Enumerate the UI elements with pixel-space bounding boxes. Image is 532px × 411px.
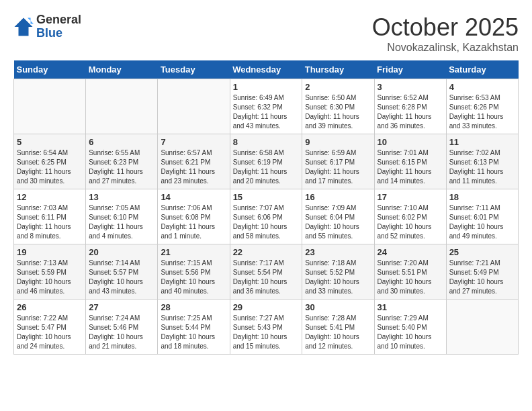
day-info: Sunrise: 7:02 AM Sunset: 6:13 PM Dayligh…	[449, 148, 515, 186]
day-number: 21	[161, 247, 226, 257]
calendar-cell: 1Sunrise: 6:49 AM Sunset: 6:32 PM Daylig…	[230, 79, 302, 134]
calendar: SundayMondayTuesdayWednesdayThursdayFrid…	[13, 60, 519, 355]
calendar-cell: 26Sunrise: 7:22 AM Sunset: 5:47 PM Dayli…	[14, 300, 86, 355]
day-info: Sunrise: 6:55 AM Sunset: 6:23 PM Dayligh…	[89, 148, 154, 186]
calendar-cell: 2Sunrise: 6:50 AM Sunset: 6:30 PM Daylig…	[302, 79, 374, 134]
day-info: Sunrise: 6:59 AM Sunset: 6:17 PM Dayligh…	[305, 148, 371, 186]
calendar-cell: 29Sunrise: 7:27 AM Sunset: 5:43 PM Dayli…	[230, 300, 302, 355]
day-number: 19	[17, 247, 83, 257]
day-number: 4	[449, 82, 515, 92]
calendar-cell: 6Sunrise: 6:55 AM Sunset: 6:23 PM Daylig…	[86, 134, 158, 189]
calendar-cell	[86, 79, 158, 134]
day-info: Sunrise: 7:05 AM Sunset: 6:10 PM Dayligh…	[89, 203, 154, 241]
month-title: October 2025	[372, 13, 519, 42]
day-number: 18	[449, 192, 515, 202]
calendar-week-row: 26Sunrise: 7:22 AM Sunset: 5:47 PM Dayli…	[14, 300, 519, 355]
day-number: 12	[17, 192, 83, 202]
weekday-header: Friday	[374, 60, 446, 79]
weekday-header: Sunday	[14, 60, 86, 79]
calendar-cell: 10Sunrise: 7:01 AM Sunset: 6:15 PM Dayli…	[374, 134, 446, 189]
calendar-cell: 11Sunrise: 7:02 AM Sunset: 6:13 PM Dayli…	[446, 134, 518, 189]
calendar-cell	[14, 79, 86, 134]
calendar-cell: 27Sunrise: 7:24 AM Sunset: 5:46 PM Dayli…	[86, 300, 158, 355]
day-info: Sunrise: 7:01 AM Sunset: 6:15 PM Dayligh…	[378, 148, 443, 186]
day-info: Sunrise: 7:27 AM Sunset: 5:43 PM Dayligh…	[233, 314, 300, 351]
weekday-header: Tuesday	[158, 60, 230, 79]
day-info: Sunrise: 7:28 AM Sunset: 5:41 PM Dayligh…	[305, 314, 371, 351]
calendar-cell: 4Sunrise: 6:53 AM Sunset: 6:26 PM Daylig…	[446, 79, 518, 134]
day-number: 13	[89, 192, 154, 202]
day-info: Sunrise: 6:54 AM Sunset: 6:25 PM Dayligh…	[17, 148, 83, 186]
weekday-header: Monday	[86, 60, 158, 79]
day-info: Sunrise: 6:52 AM Sunset: 6:28 PM Dayligh…	[378, 93, 443, 131]
day-number: 9	[305, 137, 371, 147]
day-info: Sunrise: 7:21 AM Sunset: 5:49 PM Dayligh…	[449, 259, 515, 296]
day-info: Sunrise: 7:11 AM Sunset: 6:01 PM Dayligh…	[449, 203, 515, 241]
day-info: Sunrise: 7:24 AM Sunset: 5:46 PM Dayligh…	[89, 314, 154, 351]
day-number: 1	[233, 82, 300, 92]
day-info: Sunrise: 7:03 AM Sunset: 6:11 PM Dayligh…	[17, 203, 83, 241]
calendar-cell: 20Sunrise: 7:14 AM Sunset: 5:57 PM Dayli…	[86, 244, 158, 300]
calendar-cell: 5Sunrise: 6:54 AM Sunset: 6:25 PM Daylig…	[14, 134, 86, 189]
day-info: Sunrise: 7:10 AM Sunset: 6:02 PM Dayligh…	[378, 203, 443, 241]
calendar-cell: 30Sunrise: 7:28 AM Sunset: 5:41 PM Dayli…	[302, 300, 374, 355]
calendar-cell: 13Sunrise: 7:05 AM Sunset: 6:10 PM Dayli…	[86, 189, 158, 244]
weekday-header: Wednesday	[230, 60, 302, 79]
calendar-cell: 15Sunrise: 7:07 AM Sunset: 6:06 PM Dayli…	[230, 189, 302, 244]
calendar-cell: 23Sunrise: 7:18 AM Sunset: 5:52 PM Dayli…	[302, 244, 374, 300]
day-number: 2	[305, 82, 371, 92]
day-number: 23	[305, 247, 371, 257]
day-number: 31	[378, 302, 443, 312]
calendar-cell: 9Sunrise: 6:59 AM Sunset: 6:17 PM Daylig…	[302, 134, 374, 189]
day-number: 7	[161, 137, 226, 147]
day-number: 20	[89, 247, 154, 257]
page-header: General Blue October 2025 Novokazalinsk,…	[13, 13, 519, 54]
day-number: 5	[17, 137, 83, 147]
day-info: Sunrise: 6:50 AM Sunset: 6:30 PM Dayligh…	[305, 93, 371, 131]
calendar-cell: 12Sunrise: 7:03 AM Sunset: 6:11 PM Dayli…	[14, 189, 86, 244]
calendar-cell: 18Sunrise: 7:11 AM Sunset: 6:01 PM Dayli…	[446, 189, 518, 244]
day-number: 29	[233, 302, 300, 312]
weekday-header: Thursday	[302, 60, 374, 79]
calendar-cell: 16Sunrise: 7:09 AM Sunset: 6:04 PM Dayli…	[302, 189, 374, 244]
day-number: 22	[233, 247, 300, 257]
day-number: 16	[305, 192, 371, 202]
day-info: Sunrise: 6:57 AM Sunset: 6:21 PM Dayligh…	[161, 148, 226, 186]
day-info: Sunrise: 7:14 AM Sunset: 5:57 PM Dayligh…	[89, 259, 154, 296]
calendar-cell: 25Sunrise: 7:21 AM Sunset: 5:49 PM Dayli…	[446, 244, 518, 300]
day-number: 28	[161, 302, 226, 312]
logo-text: General Blue	[36, 13, 81, 40]
day-number: 26	[17, 302, 83, 312]
calendar-cell: 14Sunrise: 7:06 AM Sunset: 6:08 PM Dayli…	[158, 189, 230, 244]
calendar-cell: 28Sunrise: 7:25 AM Sunset: 5:44 PM Dayli…	[158, 300, 230, 355]
day-number: 11	[449, 137, 515, 147]
day-number: 17	[378, 192, 443, 202]
calendar-cell: 3Sunrise: 6:52 AM Sunset: 6:28 PM Daylig…	[374, 79, 446, 134]
calendar-cell: 19Sunrise: 7:13 AM Sunset: 5:59 PM Dayli…	[14, 244, 86, 300]
day-info: Sunrise: 7:22 AM Sunset: 5:47 PM Dayligh…	[17, 314, 83, 351]
day-number: 10	[378, 137, 443, 147]
logo-blue: Blue	[36, 27, 81, 40]
calendar-week-row: 19Sunrise: 7:13 AM Sunset: 5:59 PM Dayli…	[14, 244, 519, 300]
day-info: Sunrise: 7:17 AM Sunset: 5:54 PM Dayligh…	[233, 259, 300, 296]
day-number: 3	[378, 82, 443, 92]
calendar-cell: 21Sunrise: 7:15 AM Sunset: 5:56 PM Dayli…	[158, 244, 230, 300]
calendar-week-row: 5Sunrise: 6:54 AM Sunset: 6:25 PM Daylig…	[14, 134, 519, 189]
calendar-cell: 8Sunrise: 6:58 AM Sunset: 6:19 PM Daylig…	[230, 134, 302, 189]
day-info: Sunrise: 7:13 AM Sunset: 5:59 PM Dayligh…	[17, 259, 83, 296]
calendar-cell: 17Sunrise: 7:10 AM Sunset: 6:02 PM Dayli…	[374, 189, 446, 244]
logo-general: General	[36, 13, 81, 27]
calendar-cell: 24Sunrise: 7:20 AM Sunset: 5:51 PM Dayli…	[374, 244, 446, 300]
day-number: 25	[449, 247, 515, 257]
title-section: October 2025 Novokazalinsk, Kazakhstan	[372, 13, 519, 54]
calendar-week-row: 12Sunrise: 7:03 AM Sunset: 6:11 PM Dayli…	[14, 189, 519, 244]
day-number: 8	[233, 137, 300, 147]
day-info: Sunrise: 7:06 AM Sunset: 6:08 PM Dayligh…	[161, 203, 226, 241]
day-info: Sunrise: 6:49 AM Sunset: 6:32 PM Dayligh…	[233, 93, 300, 131]
location-title: Novokazalinsk, Kazakhstan	[372, 42, 519, 54]
logo: General Blue	[13, 13, 81, 40]
day-info: Sunrise: 7:20 AM Sunset: 5:51 PM Dayligh…	[378, 259, 443, 296]
weekday-header: Saturday	[446, 60, 518, 79]
calendar-cell: 22Sunrise: 7:17 AM Sunset: 5:54 PM Dayli…	[230, 244, 302, 300]
calendar-cell: 7Sunrise: 6:57 AM Sunset: 6:21 PM Daylig…	[158, 134, 230, 189]
